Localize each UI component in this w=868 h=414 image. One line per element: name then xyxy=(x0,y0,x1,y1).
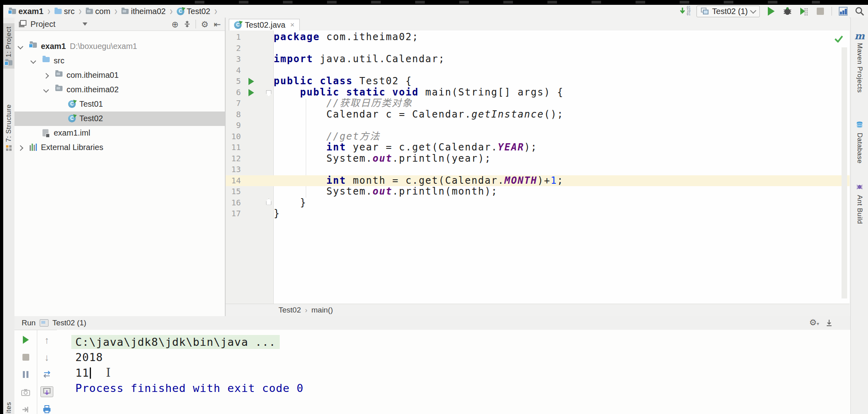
code-line[interactable]: 14 int month = c.get(Calendar.MONTH)+1; xyxy=(226,175,850,187)
line-number[interactable]: 11 xyxy=(226,142,241,153)
exit-button[interactable] xyxy=(20,405,32,414)
line-number[interactable]: 7 xyxy=(226,98,241,109)
code-line[interactable]: 15 System.out.println(month); xyxy=(226,186,850,197)
code-token: out xyxy=(373,186,392,197)
tree-item-src[interactable]: src xyxy=(14,54,225,68)
run-toolbar-right: ↑ ↓ xyxy=(37,330,57,414)
hide-panel-button[interactable]: ⇤ xyxy=(214,20,221,28)
restore-layout-button[interactable] xyxy=(41,369,53,379)
tree-item-exam1-iml[interactable]: exam1.iml xyxy=(14,126,225,140)
breadcrumb-item[interactable]: exam1 xyxy=(8,7,44,16)
sidebar-item-database[interactable]: Database xyxy=(851,118,868,167)
next-occurrence-button[interactable]: ↓ xyxy=(41,352,53,362)
update-project-button[interactable]: 011001 xyxy=(679,6,690,17)
print-button[interactable] xyxy=(41,404,53,414)
code-line[interactable]: 5public class Test02 { xyxy=(226,76,850,87)
tree-item-test02[interactable]: CTest02 xyxy=(14,112,225,126)
run-line-icon[interactable] xyxy=(248,78,254,85)
code-line[interactable]: 6 public static void main(String[] args)… xyxy=(226,87,850,98)
code-line[interactable]: 10 //get方法 xyxy=(226,131,850,142)
breadcrumb-class[interactable]: Test02 xyxy=(279,306,301,315)
stop-button[interactable] xyxy=(815,6,826,17)
line-number[interactable]: 10 xyxy=(226,131,241,142)
tree-item-external-libraries[interactable]: External Libraries xyxy=(14,140,225,155)
breadcrumb-label: itheima02 xyxy=(131,7,166,16)
sidebar-item-7-structure[interactable]: 7: Structure xyxy=(3,101,14,156)
hide-panel-down-button[interactable] xyxy=(826,319,833,327)
code-line[interactable]: 11 int year = c.get(Calendar.YEAR); xyxy=(226,142,850,153)
code-line[interactable]: 16 } xyxy=(226,197,850,209)
code-line[interactable]: 4 xyxy=(226,65,850,76)
line-number[interactable]: 16 xyxy=(226,197,241,209)
run-line-icon[interactable] xyxy=(248,89,254,96)
close-icon[interactable]: × xyxy=(290,21,295,29)
breadcrumb-item[interactable]: com xyxy=(85,7,111,16)
line-number[interactable]: 14 xyxy=(226,175,241,187)
project-view-select[interactable]: Project xyxy=(18,18,87,30)
code-line[interactable]: 2 xyxy=(226,43,850,54)
stripe-item-label: 1: Project xyxy=(5,26,13,57)
run-settings-gear-button[interactable]: ⚙▾ xyxy=(809,318,819,328)
code-line[interactable]: 12 System.out.println(year); xyxy=(226,153,850,164)
tab-test02-java[interactable]: C Test02.java × xyxy=(229,19,300,31)
line-number[interactable]: 2 xyxy=(226,43,241,54)
tree-item-com-itheima01[interactable]: com.itheima01 xyxy=(14,68,225,83)
settings-gear-button[interactable]: ⚙ xyxy=(201,20,209,28)
run-console-output[interactable]: C:\java\jdk8\jdk\bin\java ...201811IProc… xyxy=(57,330,850,414)
code-line[interactable]: 3import java.util.Calendar; xyxy=(226,54,850,65)
sidebar-item-1-project[interactable]: 1: Project xyxy=(3,23,14,69)
editor-scrollbar[interactable] xyxy=(842,47,847,298)
prev-occurrence-button[interactable]: ↑ xyxy=(41,335,53,345)
breadcrumb-item[interactable]: src xyxy=(54,7,76,16)
run-configuration-select[interactable]: Test02 (1) xyxy=(696,6,760,17)
fold-marker-icon[interactable] xyxy=(266,90,271,97)
run-with-coverage-button[interactable] xyxy=(799,6,809,17)
line-number[interactable]: 9 xyxy=(226,120,241,131)
locate-file-button[interactable]: ⊕ xyxy=(172,20,179,28)
run-button[interactable] xyxy=(766,6,776,17)
breadcrumb-method[interactable]: main() xyxy=(311,306,333,315)
chevron-down-icon[interactable] xyxy=(30,58,36,64)
code-line[interactable]: 7 //获取日历类对象 xyxy=(226,98,850,109)
scroll-to-end-button[interactable] xyxy=(40,386,53,397)
chevron-right-icon[interactable] xyxy=(18,145,23,151)
line-number[interactable]: 17 xyxy=(226,208,241,219)
search-everywhere-button[interactable] xyxy=(854,6,865,17)
tree-item-com-itheima02[interactable]: com.itheima02 xyxy=(14,83,225,97)
line-number[interactable]: 8 xyxy=(226,109,241,120)
sidebar-item-maven-projects[interactable]: mMaven Projects xyxy=(851,29,868,96)
chevron-right-icon[interactable] xyxy=(43,73,49,79)
line-number[interactable]: 13 xyxy=(226,164,241,175)
line-number[interactable]: 15 xyxy=(226,186,241,197)
code-editor[interactable]: 1package com.itheima02;23import java.uti… xyxy=(226,30,850,304)
breadcrumb-item[interactable]: itheima02 xyxy=(121,7,167,16)
tree-item-test01[interactable]: CTest01 xyxy=(14,97,225,112)
line-number[interactable]: 4 xyxy=(226,65,241,76)
collapse-all-button[interactable] xyxy=(184,20,190,28)
chevron-down-icon[interactable] xyxy=(43,87,49,93)
sidebar-item-ant-build[interactable]: Ant Build xyxy=(851,180,868,227)
pause-output-button[interactable] xyxy=(20,370,32,379)
stop-process-button[interactable] xyxy=(20,353,32,362)
code-line[interactable]: 17} xyxy=(226,208,850,219)
run-tab-label[interactable]: Test02 (1) xyxy=(52,319,86,327)
fold-marker-icon[interactable] xyxy=(266,199,271,205)
code-line[interactable]: 13 xyxy=(226,164,850,175)
debug-button[interactable] xyxy=(782,6,793,17)
line-number[interactable]: 5 xyxy=(226,76,241,87)
tree-item-exam1[interactable]: exam1D:\boxuegu\exam1 xyxy=(14,39,225,54)
sidebar-item-favorites-partial[interactable]: ites xyxy=(3,399,14,414)
line-number[interactable]: 3 xyxy=(226,54,241,65)
maven-icon: m xyxy=(854,32,864,40)
screenshot-button[interactable] xyxy=(20,388,32,397)
tool-windows-button[interactable] xyxy=(838,6,848,17)
rerun-button[interactable] xyxy=(20,335,32,344)
breadcrumb-item[interactable]: CTest02 xyxy=(176,7,211,16)
chevron-down-icon[interactable] xyxy=(18,44,23,49)
code-line[interactable]: 9 xyxy=(226,120,850,131)
code-line[interactable]: 1package com.itheima02; xyxy=(226,32,850,43)
line-number[interactable]: 12 xyxy=(226,153,241,164)
code-line[interactable]: 8 Calendar c = Calendar.getInstance(); xyxy=(226,109,850,120)
line-number[interactable]: 1 xyxy=(226,32,241,43)
line-number[interactable]: 6 xyxy=(226,87,241,98)
